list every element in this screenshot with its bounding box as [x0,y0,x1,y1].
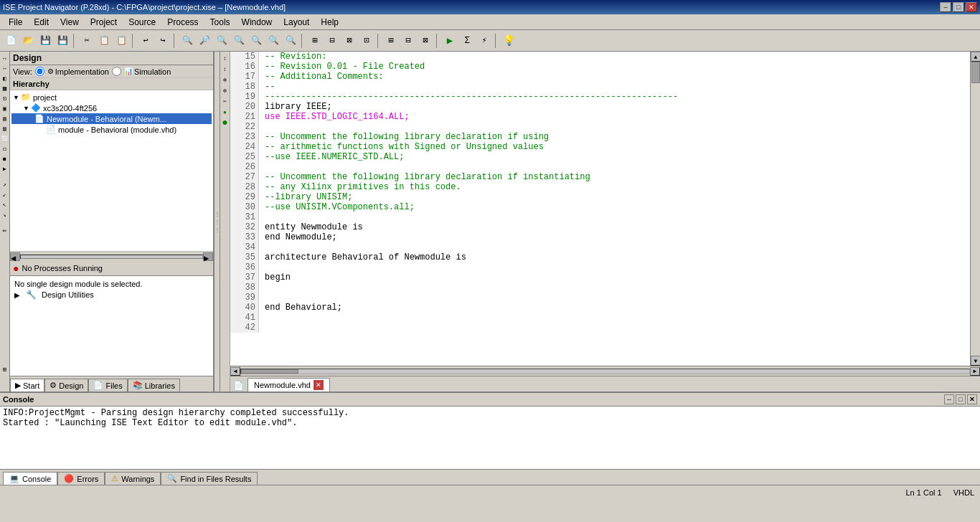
hscroll-track[interactable] [20,255,203,259]
menu-source[interactable]: Source [123,16,161,29]
libraries-tab[interactable]: 📚 Libraries [128,379,180,392]
t11[interactable]: ⊟ [400,33,416,49]
t9[interactable]: ⊡ [359,33,374,49]
lv13[interactable]: ↗ [0,179,10,189]
line-content[interactable]: end Newmodule; [259,232,970,242]
t12[interactable]: ⊠ [418,33,433,49]
line-content[interactable]: --use IEEE.NUMERIC_STD.ALL; [259,152,970,162]
lv1[interactable]: ↔ [0,53,10,63]
t10[interactable]: ⊞ [383,33,399,49]
line-content[interactable]: -- Revision: [259,52,970,62]
t3[interactable]: 🔍 [248,33,264,49]
lv3[interactable]: ◧ [0,73,10,83]
line-content[interactable] [259,162,970,172]
code-hscroll-left[interactable]: ◀ [230,367,240,376]
si7[interactable]: ● [220,118,230,128]
line-content[interactable] [259,212,970,222]
lv8[interactable]: ▧ [0,123,10,133]
tree-hscroll[interactable]: ◀ ▶ [10,251,213,261]
lv12[interactable]: ▶ [0,163,10,174]
line-content[interactable]: -- Revision 0.01 - File Created [259,62,970,72]
vscroll[interactable]: ▲ ▼ [970,52,980,366]
save-all-btn[interactable]: 💾 [55,33,70,49]
code-hscroll-thumb[interactable] [241,369,298,374]
paste-btn[interactable]: 📋 [113,33,129,49]
line-content[interactable]: --use UNISIM.VComponents.all; [259,202,970,212]
vscroll-up[interactable]: ▲ [971,52,980,62]
tab-close-btn[interactable]: ✕ [314,380,324,390]
hscroll-left[interactable]: ◀ [10,252,20,261]
console-tab-find[interactable]: 🔍 Find in Files Results [161,472,258,485]
close-button[interactable]: ✕ [966,2,977,12]
console-tab-errors[interactable]: 🔴 Errors [57,472,105,485]
line-content[interactable]: begin [259,272,970,283]
tree-project[interactable]: ▼ 📁 project [11,92,212,103]
run-btn[interactable]: ▶ [442,33,458,49]
code-hscroll-right[interactable]: ▶ [970,367,980,376]
lv7[interactable]: ▨ [0,113,10,123]
start-tab[interactable]: ▶ Start [10,379,44,392]
hint-btn[interactable]: 💡 [501,33,517,49]
menu-process[interactable]: Process [161,16,204,29]
console-tab-warnings[interactable]: ⚠ Warnings [105,472,161,485]
line-content[interactable]: ----------------------------------------… [259,92,970,102]
t7[interactable]: ⊟ [324,33,340,49]
lv15[interactable]: ↖ [0,199,10,209]
lv16[interactable]: ↘ [0,209,10,219]
si4[interactable]: ⊗ [220,85,230,95]
lv6[interactable]: ▣ [0,103,10,113]
line-content[interactable]: -- Uncomment the following library decla… [259,132,970,142]
replace-btn[interactable]: 🔎 [197,33,212,49]
line-content[interactable]: end Behavioral; [259,303,970,313]
si2[interactable]: ↕ [220,64,230,74]
line-content[interactable]: library IEEE; [259,102,970,112]
minimize-button[interactable]: – [940,2,951,12]
copy-btn[interactable]: 📋 [96,33,112,49]
undo-btn[interactable]: ↩ [138,33,154,49]
menu-project[interactable]: Project [85,16,123,29]
debug-btn[interactable]: ⚡ [476,33,492,49]
si5[interactable]: ✂ [220,96,230,106]
vscroll-thumb[interactable] [971,62,980,83]
line-content[interactable]: -- Uncomment the following library decla… [259,172,970,182]
line-content[interactable]: --library UNISIM; [259,192,970,202]
line-content[interactable] [259,122,970,132]
tree-newmodule[interactable]: 📄 Newmodule - Behavioral (Newm... [11,113,212,124]
si3[interactable]: ⊕ [220,75,230,85]
lv5[interactable]: ⊡ [0,93,10,103]
t4[interactable]: 🔍 [265,33,281,49]
lv4[interactable]: ▦ [0,83,10,93]
tree-device[interactable]: ▼ 🔷 xc3s200-4ft256 [11,103,212,113]
line-content[interactable] [259,323,970,333]
open-btn[interactable]: 📂 [20,33,36,49]
si6[interactable]: ● [220,107,230,117]
sim-radio[interactable] [112,67,121,76]
line-content[interactable]: -- arithmetic functions with Signed or U… [259,142,970,152]
t6[interactable]: ⊞ [307,33,323,49]
line-content[interactable] [259,313,970,323]
sim-btn[interactable]: 📊 Simulation [124,67,171,76]
console-undock[interactable]: ↔ [944,394,954,404]
stop-btn[interactable]: Σ [459,33,475,49]
line-content[interactable]: -- [259,82,970,92]
t8[interactable]: ⊠ [341,33,357,49]
lv2[interactable]: ↔ [0,63,10,73]
menu-window[interactable]: Window [236,16,278,29]
line-content[interactable]: entity Newmodule is [259,222,970,232]
impl-radio[interactable] [35,67,44,76]
files-tab[interactable]: 📄 Files [88,379,127,392]
line-content[interactable] [259,262,970,272]
design-tab[interactable]: ⚙ Design [44,379,88,392]
line-content[interactable] [259,293,970,303]
find-btn[interactable]: 🔍 [179,33,195,49]
line-content[interactable]: -- any Xilinx primitives in this code. [259,182,970,192]
save-btn[interactable]: 💾 [37,33,53,49]
menu-tools[interactable]: Tools [204,16,236,29]
lv9[interactable]: ⬜ [0,133,10,143]
vscroll-down[interactable]: ▼ [971,356,980,366]
lv17[interactable]: ✏ [0,225,10,235]
lv11[interactable]: ◼ [0,153,10,163]
menu-layout[interactable]: Layout [278,16,315,29]
code-area[interactable]: 15-- Revision:16-- Revision 0.01 - File … [230,52,970,366]
console-close[interactable]: ✕ [967,394,977,404]
